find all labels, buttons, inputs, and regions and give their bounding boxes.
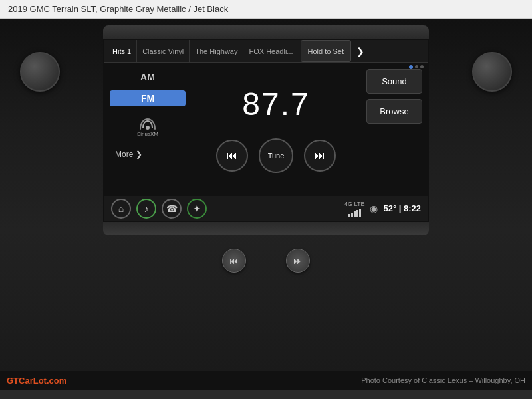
preset-hits1[interactable]: Hits 1 [107,40,137,62]
music-icon: ♪ [144,203,149,214]
lte-bar-1 [348,214,350,217]
infotainment-screen: Hits 1 Classic Vinyl The Highway FOX Hea… [103,39,429,222]
dashboard-surround: Hits 1 Classic Vinyl The Highway FOX Hea… [0,19,532,371]
bezel-bottom [103,222,429,235]
temp-time-display: 52° | 8:22 [383,203,421,213]
next-track-button[interactable]: ⏭ [304,140,336,172]
physical-prev-button[interactable]: ⏮ [222,249,246,273]
location-icon: ◉ [370,203,378,214]
playback-controls: ⏮ Tune ⏭ [216,138,336,173]
lte-bar-4 [356,210,358,217]
left-knob-area [20,52,60,92]
tune-label: Tune [268,152,285,160]
screen-dots [409,65,424,69]
page-title: 2019 GMC Terrain SLT, Graphite Gray Meta… [8,4,228,14]
dot-1 [415,65,418,68]
gtcarlot-logo-text: GTCarLot.com [7,376,66,386]
nav-icons: ⌂ ♪ ☎ ✦ [111,199,207,219]
photo-container: Hits 1 Classic Vinyl The Highway FOX Hea… [0,19,532,371]
lte-bar-5 [359,209,361,217]
siriusxm-icon[interactable]: SiriusXM [110,112,186,142]
nav-arrow-right[interactable]: ❯ [352,46,368,57]
next-icon: ⏭ [315,150,325,162]
right-panel: Sound Browse [361,63,428,196]
physical-next-button[interactable]: ⏭ [286,249,310,273]
hold-to-set-button[interactable]: Hold to Set [301,40,351,62]
physical-next-icon: ⏭ [293,255,303,266]
am-button[interactable]: AM [110,69,186,85]
frequency-display: 87.7 [242,86,309,122]
preset-classic-vinyl[interactable]: Classic Vinyl [137,40,190,62]
preset-fox[interactable]: FOX Headli... [243,40,299,62]
physical-prev-icon: ⏮ [229,255,239,266]
lte-bar-2 [351,213,353,217]
page-header: 2019 GMC Terrain SLT, Graphite Gray Meta… [0,0,532,19]
apps-icon: ✦ [193,203,201,214]
right-knob[interactable] [472,52,512,92]
status-right: 4G LTE ◉ 52° | 8:22 [344,201,421,217]
preset-bar: Hits 1 Classic Vinyl The Highway FOX Hea… [104,40,428,63]
more-button[interactable]: More ❯ [110,147,186,162]
phone-button[interactable]: ☎ [162,199,182,219]
svg-text:SiriusXM: SiriusXM [137,131,158,136]
left-knob[interactable] [20,52,60,92]
preset-highway[interactable]: The Highway [190,40,243,62]
home-button[interactable]: ⌂ [111,199,131,219]
browse-button[interactable]: Browse [366,99,422,124]
lte-label: 4G LTE [344,201,364,207]
main-content: AM FM SiriusXM More ❯ [104,63,428,196]
lte-bar-3 [354,211,356,217]
lte-bars [348,209,361,217]
home-icon: ⌂ [118,203,124,214]
footer-logo: GTCarLot.com [7,376,66,386]
prev-icon: ⏮ [227,150,237,162]
fm-button[interactable]: FM [110,90,186,106]
tune-button[interactable]: Tune [259,138,293,173]
footer-credit: Photo Courtesy of Classic Lexus – Willou… [361,376,525,384]
svg-point-0 [146,126,150,130]
left-panel: AM FM SiriusXM More ❯ [104,63,191,196]
music-button[interactable]: ♪ [136,199,156,219]
center-panel: 87.7 ⏮ Tune ⏭ [191,63,361,196]
prev-track-button[interactable]: ⏮ [216,140,248,172]
dot-2 [420,65,424,68]
status-bar: ⌂ ♪ ☎ ✦ 4G LTE [104,196,428,221]
right-knob-area [472,52,512,92]
dot-active [409,65,413,69]
phone-icon: ☎ [166,203,178,214]
sound-button[interactable]: Sound [366,69,422,94]
apps-button[interactable]: ✦ [187,199,207,219]
bezel-top [103,25,429,39]
physical-controls: ⏮ ⏭ [103,249,429,273]
lte-indicator: 4G LTE [344,201,364,217]
page-footer: GTCarLot.com Photo Courtesy of Classic L… [0,371,532,390]
